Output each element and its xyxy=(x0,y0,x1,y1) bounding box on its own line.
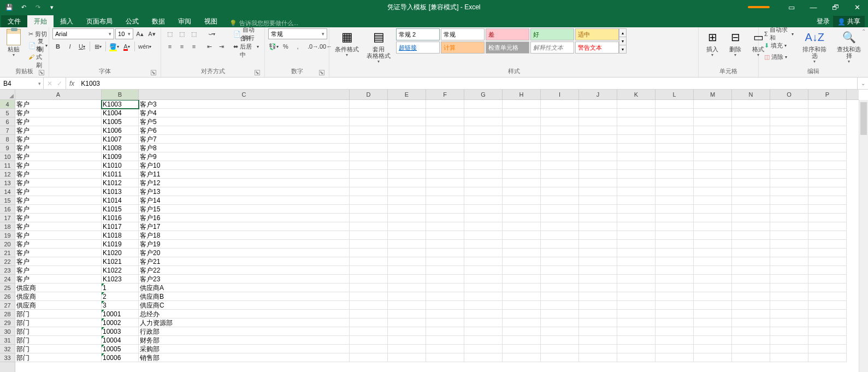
cell[interactable] xyxy=(732,310,770,318)
cell[interactable] xyxy=(617,100,656,109)
row-header[interactable]: 21 xyxy=(0,249,15,257)
cell[interactable] xyxy=(541,144,579,152)
cell[interactable] xyxy=(694,161,732,170)
font-size-combo[interactable]: 10▾ xyxy=(115,28,133,39)
find-select-button[interactable]: 🔍查找和选择▾ xyxy=(834,28,865,65)
cell[interactable] xyxy=(350,109,388,117)
cell[interactable] xyxy=(579,161,617,170)
cell[interactable]: 客户22 xyxy=(139,266,350,275)
decrease-indent-icon[interactable]: ⇤ xyxy=(204,41,215,52)
row-header[interactable]: 30 xyxy=(0,327,15,336)
cell[interactable] xyxy=(541,301,579,310)
cell[interactable]: 客户23 xyxy=(139,275,350,284)
cell[interactable]: K1018 xyxy=(102,231,139,240)
cell[interactable] xyxy=(350,231,388,240)
cell[interactable]: 客户11 xyxy=(139,170,350,179)
cell[interactable] xyxy=(426,205,464,214)
clipboard-dialog-icon[interactable]: ⬊ xyxy=(39,70,44,75)
cell[interactable] xyxy=(656,222,694,231)
column-header[interactable]: O xyxy=(770,90,808,99)
cell[interactable]: K1020 xyxy=(102,249,139,257)
expand-formula-bar-icon[interactable]: ⌄ xyxy=(857,78,868,89)
cell[interactable] xyxy=(694,126,732,135)
cell[interactable] xyxy=(579,205,617,214)
cell[interactable] xyxy=(732,301,770,310)
name-box-dropdown-icon[interactable]: ▾ xyxy=(38,81,43,86)
cell[interactable] xyxy=(579,353,617,362)
cell[interactable] xyxy=(503,161,541,170)
cell[interactable] xyxy=(732,336,770,345)
column-header[interactable]: G xyxy=(464,90,503,99)
cell[interactable] xyxy=(694,353,732,362)
cell[interactable]: 客户 xyxy=(15,231,102,240)
cell[interactable] xyxy=(350,336,388,345)
cell[interactable] xyxy=(503,249,541,257)
cell[interactable]: 人力资源部 xyxy=(139,318,350,327)
cell[interactable] xyxy=(464,240,503,249)
cell[interactable]: 客户 xyxy=(15,222,102,231)
cell[interactable] xyxy=(503,327,541,336)
cell[interactable] xyxy=(694,318,732,327)
cell[interactable] xyxy=(579,196,617,205)
cell[interactable] xyxy=(426,240,464,249)
cell[interactable] xyxy=(732,135,770,144)
cell[interactable] xyxy=(617,310,656,318)
cell[interactable] xyxy=(388,240,426,249)
row-header[interactable]: 23 xyxy=(0,266,15,275)
align-bottom-icon[interactable]: ⬚ xyxy=(188,28,199,39)
row-header[interactable]: 6 xyxy=(0,117,15,126)
cell[interactable]: K1003 xyxy=(102,100,139,109)
cell[interactable] xyxy=(579,301,617,310)
cell[interactable] xyxy=(541,257,579,266)
cell[interactable] xyxy=(656,318,694,327)
cell[interactable] xyxy=(656,100,694,109)
cell[interactable] xyxy=(732,117,770,126)
cell[interactable] xyxy=(426,284,464,292)
cell[interactable]: K1007 xyxy=(102,135,139,144)
cell[interactable]: 客户 xyxy=(15,126,102,135)
cell[interactable] xyxy=(503,135,541,144)
cell[interactable]: 客户9 xyxy=(139,152,350,161)
cell[interactable] xyxy=(808,275,847,284)
cell[interactable] xyxy=(656,205,694,214)
cell[interactable] xyxy=(617,161,656,170)
row-header[interactable]: 29 xyxy=(0,318,15,327)
cell[interactable] xyxy=(388,144,426,152)
cell[interactable] xyxy=(694,327,732,336)
cell[interactable] xyxy=(388,222,426,231)
cell[interactable] xyxy=(503,152,541,161)
cell[interactable] xyxy=(656,152,694,161)
comma-format-icon[interactable]: , xyxy=(292,41,303,52)
cell[interactable] xyxy=(808,345,847,353)
cell[interactable] xyxy=(541,292,579,301)
cell[interactable] xyxy=(464,284,503,292)
cell[interactable] xyxy=(656,249,694,257)
insert-cells-button[interactable]: ⊞插入▾ xyxy=(702,28,723,58)
ribbon-options-icon[interactable]: ▭ xyxy=(781,0,802,14)
cell[interactable] xyxy=(541,336,579,345)
cell[interactable] xyxy=(541,284,579,292)
cell[interactable] xyxy=(617,196,656,205)
cell[interactable] xyxy=(426,214,464,222)
row-header[interactable]: 5 xyxy=(0,109,15,117)
cell[interactable] xyxy=(464,135,503,144)
cell[interactable] xyxy=(541,100,579,109)
cell[interactable] xyxy=(656,144,694,152)
cell[interactable] xyxy=(732,126,770,135)
cell[interactable] xyxy=(388,126,426,135)
cell[interactable] xyxy=(350,205,388,214)
cell[interactable] xyxy=(694,266,732,275)
cell[interactable]: 客户 xyxy=(15,135,102,144)
cell[interactable] xyxy=(656,196,694,205)
name-box-input[interactable] xyxy=(0,80,38,87)
cell[interactable]: 客户4 xyxy=(139,109,350,117)
cell[interactable]: 部门 xyxy=(15,336,102,345)
cell[interactable] xyxy=(694,196,732,205)
cell[interactable] xyxy=(656,336,694,345)
cell[interactable] xyxy=(808,327,847,336)
cell[interactable] xyxy=(464,161,503,170)
cell[interactable] xyxy=(617,117,656,126)
cell[interactable] xyxy=(350,135,388,144)
cell[interactable] xyxy=(541,187,579,196)
cell[interactable] xyxy=(426,135,464,144)
